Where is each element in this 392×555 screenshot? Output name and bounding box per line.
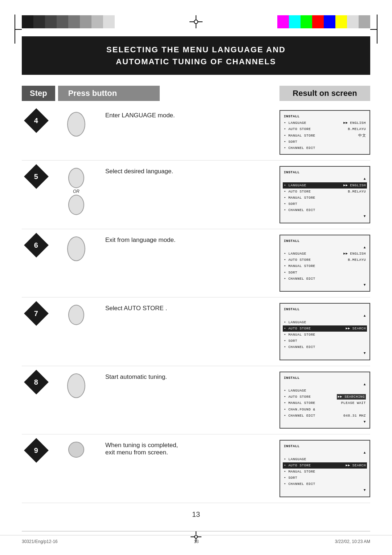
screen-row: • LANGUAGE (284, 388, 366, 394)
screen-row: • AUTO STOREB.MELAYU (284, 189, 366, 195)
screen-result-7: INSTALL▲• LANGUAGE• AUTO STORE►► SEARCH•… (279, 303, 370, 360)
button-icon-area-6 (51, 235, 102, 261)
screen-row: • MANUAL STORE (284, 332, 366, 338)
button-icon-area-4 (51, 110, 102, 137)
step-row-6: 6Exit from language mode.INSTALL▲• LANGU… (22, 229, 370, 298)
step-desc-9: When tuning is completed,exit menu from … (102, 440, 276, 458)
screen-row: ▲ (284, 313, 366, 319)
screen-row: • AUTO STORE►► SEARCH (283, 325, 367, 332)
oval-button-8 (67, 373, 85, 398)
step-column-header: Step (22, 86, 55, 101)
color-bar-section (0, 0, 392, 36)
title-box: SELECTING THE MENU LANGUAGE AND AUTOMATI… (22, 36, 370, 75)
screen-result-6: INSTALL▲• LANGUAGE►► ENGLISH• AUTO STORE… (279, 235, 370, 292)
oval-small-button-7 (68, 305, 84, 325)
step-row-5: 5ORSelect desired language.INSTALL▲• LAN… (22, 161, 370, 229)
circle-button-9 (68, 442, 84, 458)
step-row-9: 9When tuning is completed,exit menu from… (22, 434, 370, 503)
headers-row: Step Press button Result on screen (22, 86, 370, 101)
step-row-8: 8Start automatic tuning.INSTALL▲• LANGUA… (22, 366, 370, 435)
button-icon-area-7 (51, 303, 102, 325)
screen-row: • LANGUAGE►► ENGLISH (284, 120, 366, 126)
step-diamond-4: 4 (24, 108, 49, 133)
step-diamond-6: 6 (24, 233, 49, 258)
screen-row: • SORT (284, 475, 366, 481)
screen-row: • AUTO STOREB.MELAYU (284, 257, 366, 263)
screen-row: ▲ (284, 450, 366, 456)
screen-result-8: INSTALL▲• LANGUAGE• AUTO STORE►► SEARCHI… (279, 372, 370, 429)
screen-row: • CHANNEL EDIT (284, 344, 366, 350)
steps-content: 4Enter LANGUAGE mode.INSTALL• LANGUAGE►►… (22, 105, 370, 503)
screen-row: • SORT (284, 270, 366, 276)
title-text: SELECTING THE MENU LANGUAGE AND AUTOMATI… (33, 44, 359, 68)
oval-button-4 (67, 112, 85, 137)
footer: 30321/Eng/p12-16 13 3/22/02, 10:23 AM (0, 535, 392, 544)
step-desc-7: Select AUTO STORE . (102, 303, 276, 314)
step-desc-6: Exit from language mode. (102, 235, 276, 246)
step-num-5: 5 (22, 166, 51, 185)
step-num-9: 9 (22, 440, 51, 459)
footer-center: 13 (194, 539, 199, 544)
screen-row: • CHAN.FOUND & (284, 406, 366, 413)
page-number: 13 (0, 510, 392, 519)
screen-row: • SORT (284, 338, 366, 344)
screen-row: ▲ (284, 381, 366, 388)
screen-row: • AUTO STORE►► SEARCH (283, 462, 367, 469)
right-color-bar (277, 15, 370, 28)
footer-left: 30321/Eng/p12-16 (22, 539, 58, 544)
step-num-4: 4 (22, 110, 51, 129)
button-icon-area-9 (51, 440, 102, 458)
step-diamond-8: 8 (24, 370, 49, 394)
left-color-bar (22, 15, 115, 28)
screen-row: • CHANNEL EDIT048.31 MHZ (284, 413, 366, 419)
step-num-8: 8 (22, 372, 51, 391)
screen-row: • MANUAL STORE中文 (284, 133, 366, 139)
screen-result-5: INSTALL▲• LANGUAGE►► ENGLISH• AUTO STORE… (279, 166, 370, 223)
screen-result-4: INSTALL• LANGUAGE►► ENGLISH• AUTO STOREB… (279, 110, 370, 155)
screen-row: ▼ (284, 487, 366, 493)
screen-row: • CHANNEL EDIT (284, 481, 366, 487)
result-column-header: Result on screen (279, 86, 370, 101)
step-desc-8: Start automatic tuning. (102, 372, 276, 382)
oval-down-button-5 (68, 195, 84, 215)
step-diamond-9: 9 (24, 438, 49, 463)
screen-row: ▼ (284, 419, 366, 425)
top-crosshair (189, 15, 203, 29)
screen-row: • CHANNEL EDIT (284, 276, 366, 282)
step-desc-4: Enter LANGUAGE mode. (102, 110, 276, 121)
step-row-4: 4Enter LANGUAGE mode.INSTALL• LANGUAGE►►… (22, 105, 370, 161)
step-desc-5: Select desired language. (102, 166, 276, 177)
screen-row: • MANUAL STORE (284, 469, 366, 475)
screen-row: • LANGUAGE (284, 456, 366, 462)
screen-row: ▼ (284, 350, 366, 356)
screen-row: • AUTO STOREB.MELAYU (284, 126, 366, 132)
screen-row: • MANUAL STORE (284, 263, 366, 269)
horiz-line-right (370, 29, 377, 30)
screen-row: ▲ (284, 244, 366, 251)
screen-row: ▼ (284, 213, 366, 219)
step-diamond-5: 5 (24, 164, 49, 189)
screen-row: • SORT (284, 139, 366, 145)
screen-row: ▼ (284, 282, 366, 288)
step-row-7: 7Select AUTO STORE .INSTALL▲• LANGUAGE• … (22, 297, 370, 366)
screen-row: • LANGUAGE►► ENGLISH (284, 251, 366, 257)
screen-row: • LANGUAGE►► ENGLISH (283, 182, 367, 189)
screen-result-9: INSTALL▲• LANGUAGE• AUTO STORE►► SEARCH•… (279, 440, 370, 497)
oval-button-6 (67, 236, 85, 261)
screen-row: • AUTO STORE►► SEARCHING (284, 394, 366, 400)
horiz-line-left (15, 29, 22, 30)
screen-row: • CHANNEL EDIT (284, 207, 366, 213)
step-num-7: 7 (22, 303, 51, 322)
screen-row: ▲ (284, 176, 366, 182)
or-text-5: OR (73, 189, 79, 194)
step-num-6: 6 (22, 235, 51, 254)
screen-row: • CHANNEL EDIT (284, 145, 366, 151)
oval-up-button-5 (68, 168, 84, 188)
screen-row: • SORT (284, 201, 366, 207)
footer-right: 3/22/02, 10:23 AM (335, 539, 370, 544)
screen-row: • MANUAL STOREPLEASE WAIT (284, 400, 366, 406)
button-icon-area-8 (51, 372, 102, 398)
button-icon-area-5: OR (51, 166, 102, 215)
press-button-column-header: Press button (58, 86, 160, 101)
step-diamond-7: 7 (24, 301, 49, 326)
